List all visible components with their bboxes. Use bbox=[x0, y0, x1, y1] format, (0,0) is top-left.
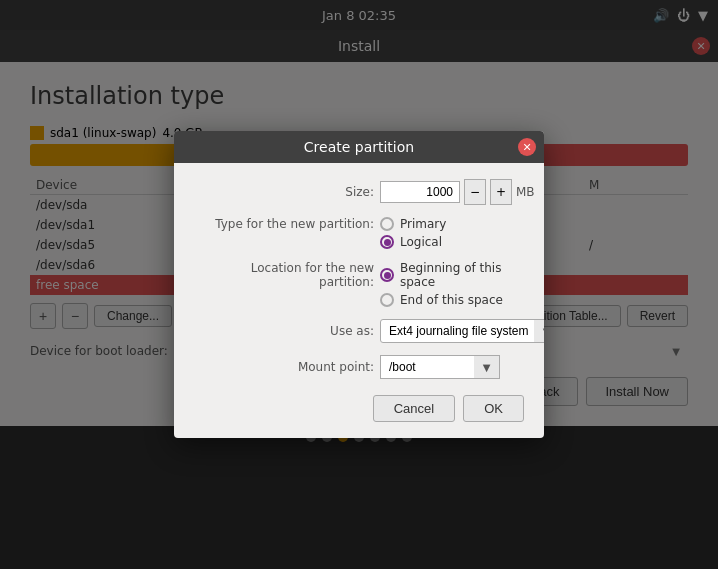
ok-button[interactable]: OK bbox=[463, 395, 524, 422]
type-options: Primary Logical bbox=[380, 217, 446, 249]
use-as-label: Use as: bbox=[194, 324, 374, 338]
size-row: Size: − + MB bbox=[194, 179, 524, 205]
radio-end-circle bbox=[380, 293, 394, 307]
dialog-buttons: Cancel OK bbox=[194, 395, 524, 422]
cancel-button[interactable]: Cancel bbox=[373, 395, 455, 422]
radio-end[interactable]: End of this space bbox=[380, 293, 524, 307]
size-input[interactable] bbox=[380, 181, 460, 203]
size-increase-button[interactable]: + bbox=[490, 179, 512, 205]
mount-input[interactable] bbox=[380, 355, 500, 379]
location-options: Beginning of this space End of this spac… bbox=[380, 261, 524, 307]
radio-primary[interactable]: Primary bbox=[380, 217, 446, 231]
use-as-row: Use as: Ext4 journaling file system ▼ bbox=[194, 319, 524, 343]
radio-end-label: End of this space bbox=[400, 293, 503, 307]
dialog-overlay: Create partition ✕ Size: − + MB Type for… bbox=[0, 0, 718, 569]
radio-logical[interactable]: Logical bbox=[380, 235, 446, 249]
size-controls: − + MB bbox=[380, 179, 535, 205]
size-unit: MB bbox=[516, 185, 535, 199]
dialog-title: Create partition bbox=[304, 139, 414, 155]
radio-primary-label: Primary bbox=[400, 217, 446, 231]
radio-logical-circle bbox=[380, 235, 394, 249]
radio-beginning-label: Beginning of this space bbox=[400, 261, 524, 289]
mount-label: Mount point: bbox=[194, 360, 374, 374]
dialog-close-button[interactable]: ✕ bbox=[518, 138, 536, 156]
use-as-dropdown-wrapper: Ext4 journaling file system ▼ bbox=[380, 319, 544, 343]
radio-beginning-circle bbox=[380, 268, 394, 282]
type-row: Type for the new partition: Primary Logi… bbox=[194, 217, 524, 249]
create-partition-dialog: Create partition ✕ Size: − + MB Type for… bbox=[174, 131, 544, 438]
type-label: Type for the new partition: bbox=[194, 217, 374, 231]
location-row: Location for the new partition: Beginnin… bbox=[194, 261, 524, 307]
use-as-select[interactable]: Ext4 journaling file system bbox=[380, 319, 544, 343]
mount-wrapper: ▼ bbox=[380, 355, 500, 379]
radio-logical-label: Logical bbox=[400, 235, 442, 249]
radio-beginning[interactable]: Beginning of this space bbox=[380, 261, 524, 289]
location-label: Location for the new partition: bbox=[194, 261, 374, 289]
radio-primary-circle bbox=[380, 217, 394, 231]
mount-row: Mount point: ▼ bbox=[194, 355, 524, 379]
dialog-titlebar: Create partition ✕ bbox=[174, 131, 544, 163]
dialog-body: Size: − + MB Type for the new partition:… bbox=[174, 163, 544, 438]
size-decrease-button[interactable]: − bbox=[464, 179, 486, 205]
size-label: Size: bbox=[194, 185, 374, 199]
